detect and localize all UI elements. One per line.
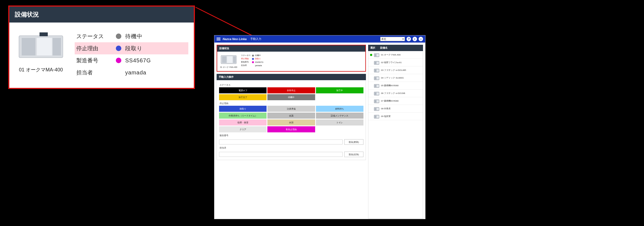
equipment-list-item[interactable]: 07 森精機NV5080 <box>368 97 423 105</box>
mini-details: ステータス待機中 停止理由段取り 製造番号SS4567G 担当者yamada <box>241 54 263 67</box>
app-topbar: Nazca Neo Linka 手動入力 本社▾ ? i ☺ <box>214 35 425 43</box>
mini-serial-value: SS4567G <box>255 61 263 63</box>
col-name-header: 設備名 <box>378 45 423 51</box>
svg-rect-9 <box>233 56 236 63</box>
svg-rect-27 <box>377 93 379 95</box>
status-button[interactable]: 非常停止 <box>267 87 315 93</box>
zoom-details-table: ステータス待機中 停止理由段取り 製造番号SS4567G 担当者yamada <box>75 30 188 79</box>
breadcrumb: 手動入力 <box>250 37 261 41</box>
mini-person-key: 担当者 <box>241 64 251 67</box>
svg-rect-11 <box>375 54 376 56</box>
status-button[interactable]: 待機中 <box>267 94 315 100</box>
equipment-name: 01 オークマMA-400 <box>381 53 401 56</box>
equipment-thumb-icon <box>374 53 379 57</box>
section-person-label: 担当者 <box>220 146 363 149</box>
reason-button[interactable]: 会議 <box>267 113 315 119</box>
machine-thumbnail: 01 オークマMA-400 <box>15 30 67 73</box>
person-value: yamada <box>125 69 146 76</box>
svg-rect-32 <box>375 108 376 110</box>
selection-dot-icon <box>370 108 372 110</box>
equipment-list-item[interactable]: 08 作業者 <box>368 105 423 113</box>
user-icon[interactable]: ☺ <box>419 37 423 41</box>
svg-rect-8 <box>227 56 233 63</box>
equipment-list-item[interactable]: 06 ファナック α-D21SiB <box>368 90 423 97</box>
person-input[interactable] <box>219 152 343 157</box>
zoom-header: 設備状況 <box>9 7 194 23</box>
svg-rect-23 <box>375 85 376 87</box>
app-brand: Nazca Neo Linka <box>223 37 247 41</box>
mini-serial-key: 製造番号 <box>241 61 251 63</box>
equipment-thumb-icon <box>374 99 379 103</box>
reason-button[interactable]: 作業者待ち（リードタイム） <box>219 113 267 119</box>
status-value: 待機中 <box>125 33 142 40</box>
svg-rect-12 <box>377 54 379 56</box>
send-update-button[interactable]: 送信(更新) <box>344 139 363 145</box>
mini-reason-key: 停止理由 <box>241 57 251 60</box>
equipment-thumb-icon <box>374 60 379 65</box>
mini-reason-dot-icon <box>252 58 254 60</box>
equipment-list-item[interactable]: 01 オークマMA-400 <box>368 51 423 59</box>
help-icon[interactable]: ? <box>407 37 411 41</box>
serial-key: 製造番号 <box>76 57 115 64</box>
svg-rect-5 <box>40 32 48 36</box>
mini-status-value: 待機中 <box>255 54 261 57</box>
equipment-list-item[interactable]: 05 森精機NV5080 <box>368 82 423 90</box>
reason-button[interactable]: 設備メンテナンス <box>316 113 363 119</box>
mini-status-key: ステータス <box>241 54 251 57</box>
reason-button[interactable]: 治具準備 <box>267 106 315 112</box>
svg-rect-29 <box>375 100 376 102</box>
status-button[interactable]: 加工中 <box>316 87 363 93</box>
equipment-thumb-icon <box>374 114 379 119</box>
zoomed-equipment-card: 設備状況 01 オークマMA-400 ステータス待機中 停止理由段取り 製造番号… <box>8 5 195 89</box>
equipment-list-item[interactable]: 04 ソディック SL600G <box>368 74 423 82</box>
mini-serial-dot-icon <box>252 61 254 63</box>
svg-rect-4 <box>53 38 61 55</box>
svg-rect-36 <box>377 116 379 118</box>
equipment-name: 06 ファナック α-D21SiB <box>381 92 405 95</box>
svg-rect-18 <box>377 69 379 72</box>
reason-button[interactable]: トイレ <box>316 119 363 125</box>
branch-select[interactable]: 本社▾ <box>380 37 405 41</box>
status-key: ステータス <box>76 33 115 40</box>
person-key: 担当者 <box>76 69 115 76</box>
equipment-list-item[interactable]: 03 ファナック α-D21LiB5 <box>368 66 423 74</box>
svg-rect-21 <box>377 77 379 79</box>
svg-rect-26 <box>375 93 376 95</box>
equipment-status-header: 設備状況 <box>217 45 365 52</box>
serial-value: SS4567G <box>125 57 151 64</box>
reason-button[interactable]: 休憩 <box>267 119 315 125</box>
svg-rect-20 <box>375 77 376 79</box>
equipment-thumb-icon <box>374 91 379 96</box>
selection-dot-icon <box>370 62 372 64</box>
status-dot-icon <box>116 34 121 39</box>
section-serial-label: 製造番号 <box>220 134 363 137</box>
section-status-label: ステータス <box>220 83 363 87</box>
equipment-name: 04 ソディック SL600G <box>381 76 404 79</box>
send-add-button[interactable]: 送信(追加) <box>344 152 363 157</box>
status-button[interactable]: 加工完了 <box>219 94 267 100</box>
equipment-name: 07 森精機NV5080 <box>381 99 399 102</box>
equipment-list: 01 オークマMA-40002 牧野フライスa-6103 ファナック α-D21… <box>368 51 423 219</box>
selection-dot-icon <box>370 100 372 102</box>
equipment-name: 05 森精機NV5080 <box>381 84 399 87</box>
svg-rect-24 <box>377 85 379 87</box>
equipment-status-panel: 設備状況 01 オークマMA-400 ステータス待機中 停止理由段取り 製造番号… <box>217 45 366 72</box>
reason-button[interactable]: 材料待ち <box>316 106 363 112</box>
svg-rect-3 <box>37 38 52 55</box>
reason-value: 段取り <box>125 45 142 52</box>
equipment-list-item[interactable]: 02 牧野フライスa-61 <box>368 59 423 66</box>
reason-button[interactable]: 段取り <box>219 106 267 112</box>
status-button[interactable]: 電源オフ <box>219 87 267 93</box>
reason-button[interactable]: クリア <box>219 126 267 132</box>
equipment-name: 03 ファナック α-D21LiB5 <box>381 69 406 72</box>
reason-button[interactable]: 客先止理由 <box>267 126 315 132</box>
equipment-thumb-icon <box>374 107 379 111</box>
equipment-list-item[interactable]: 09 包装室 <box>368 113 423 120</box>
reason-button[interactable]: 指導・教育 <box>219 119 267 125</box>
selection-dot-icon <box>370 115 372 118</box>
hamburger-icon[interactable] <box>217 38 220 40</box>
equipment-thumb-icon <box>374 83 379 88</box>
info-icon[interactable]: i <box>413 37 417 41</box>
reason-dot-icon <box>116 46 121 51</box>
serial-input[interactable] <box>219 139 343 144</box>
